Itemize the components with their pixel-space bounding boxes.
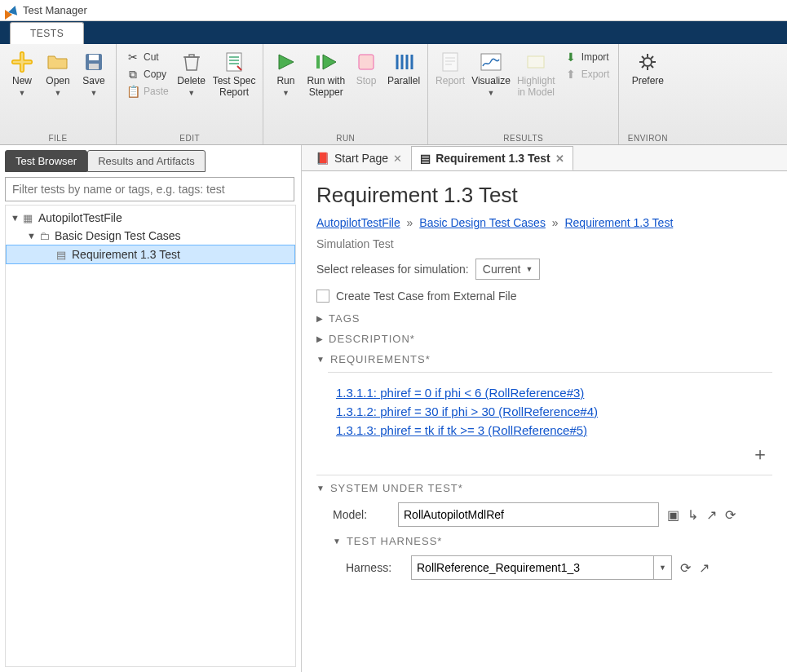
window-title: Test Manager	[23, 4, 87, 16]
parallel-button[interactable]: Parallel	[385, 47, 422, 90]
tree-folder[interactable]: ▼ 🗀 Basic Design Test Cases	[6, 227, 295, 245]
browse-icon[interactable]: ▣	[667, 507, 679, 523]
app-logo-icon	[5, 4, 18, 17]
release-value: Current	[483, 263, 521, 276]
harness-dropdown[interactable]: ▼	[654, 555, 672, 580]
crumb-file[interactable]: AutopilotTestFile	[316, 216, 400, 229]
section-requirements-header[interactable]: ▼REQUIREMENTS*	[316, 353, 772, 365]
cut-button[interactable]: ✂Cut	[123, 49, 171, 65]
new-button[interactable]: New▼	[5, 47, 39, 102]
run-label: Run	[276, 75, 294, 86]
preferences-button[interactable]: Prefere	[630, 47, 666, 90]
harness-label: Harness:	[346, 561, 403, 574]
requirement-link[interactable]: 1.3.1.2: phiref = 30 if phi > 30 (RollRe…	[336, 405, 772, 418]
trash-icon	[180, 51, 203, 73]
model-label: Model:	[333, 508, 390, 521]
stop-label: Stop	[356, 75, 377, 86]
page-title: Requirement 1.3 Test	[316, 183, 772, 208]
test-type: Simulation Test	[316, 237, 772, 250]
ribbon-group-run-label: RUN	[336, 134, 355, 143]
import-button[interactable]: ⬇Import	[561, 49, 612, 65]
delete-button[interactable]: Delete▼	[175, 47, 209, 102]
parallel-label: Parallel	[387, 75, 420, 86]
svg-rect-2	[89, 64, 99, 69]
run-stepper-button[interactable]: Run with Stepper	[304, 47, 347, 101]
external-file-label: Create Test Case from External File	[336, 290, 517, 303]
visualize-button[interactable]: Visualize▼	[469, 47, 513, 102]
harness-row: Harness: ▼ ⟳ ↗	[346, 555, 772, 580]
ribbon-group-env-label: ENVIRON	[628, 134, 668, 143]
copy-icon: ⧉	[126, 67, 140, 82]
requirements-list: 1.3.1.1: phiref = 0 if phi < 6 (RollRefe…	[328, 372, 772, 437]
section-requirements: ▼REQUIREMENTS* 1.3.1.1: phiref = 0 if ph…	[316, 353, 772, 466]
stop-button[interactable]: Stop	[349, 47, 383, 90]
parallel-icon	[392, 51, 415, 73]
run-stepper-label: Run with Stepper	[307, 75, 345, 98]
tab-tests[interactable]: TESTS	[10, 22, 84, 44]
chart-icon	[480, 51, 502, 73]
tree-folder-label: Basic Design Test Cases	[55, 229, 181, 242]
tab-test-browser[interactable]: Test Browser	[5, 150, 87, 172]
section-sut-header[interactable]: ▼SYSTEM UNDER TEST*	[316, 482, 772, 494]
ribbon-group-run: Run▼ Run with Stepper Stop Parallel RUN	[263, 44, 428, 144]
tree-root[interactable]: ▼ ▦ AutopilotTestFile	[6, 209, 295, 227]
external-file-checkbox[interactable]	[316, 290, 329, 303]
export-label: Export	[581, 69, 610, 80]
section-description-header[interactable]: ▶DESCRIPTION*	[316, 333, 772, 345]
requirement-link[interactable]: 1.3.1.1: phiref = 0 if phi < 6 (RollRefe…	[336, 386, 772, 400]
content-area: Test Browser Results and Artifacts ▼ ▦ A…	[0, 145, 787, 672]
doctab-requirement-test[interactable]: ▤ Requirement 1.3 Test ✕	[411, 146, 573, 170]
refresh-icon[interactable]: ⟳	[725, 507, 736, 523]
doctab-start-page[interactable]: 📕 Start Page ✕	[307, 146, 411, 170]
section-tags-header[interactable]: ▶TAGS	[316, 312, 772, 325]
requirement-link[interactable]: 1.3.1.3: phiref = tk if tk >= 3 (RollRef…	[336, 423, 772, 437]
plus-icon	[11, 51, 33, 73]
ribbon-group-file-label: FILE	[48, 134, 67, 143]
close-icon[interactable]: ✕	[393, 153, 402, 165]
harness-input[interactable]	[411, 555, 654, 580]
delete-label: Delete	[177, 75, 206, 86]
model-input[interactable]	[398, 502, 659, 527]
crumb-item[interactable]: Requirement 1.3 Test	[564, 216, 673, 229]
run-button[interactable]: Run▼	[268, 47, 303, 102]
open-model-icon[interactable]: ↗	[706, 507, 717, 523]
ribbon-group-edit: ✂Cut ⧉Copy 📋Paste Delete▼ Test Spec Repo…	[117, 44, 263, 144]
tab-results-artifacts[interactable]: Results and Artifacts	[87, 150, 206, 172]
left-pane: Test Browser Results and Artifacts ▼ ▦ A…	[0, 145, 302, 672]
model-actions: ▣ ↳ ↗ ⟳	[667, 507, 736, 523]
release-label: Select releases for simulation:	[316, 263, 469, 276]
open-button[interactable]: Open▼	[41, 47, 75, 102]
collapse-icon[interactable]: ▼	[27, 231, 37, 241]
open-harness-icon[interactable]: ↗	[699, 560, 710, 576]
collapse-icon[interactable]: ▼	[11, 213, 20, 223]
save-button[interactable]: Save▼	[77, 47, 111, 102]
collapse-icon: ▼	[333, 537, 342, 546]
add-requirement-button[interactable]: ＋	[316, 442, 772, 466]
filter-input[interactable]	[5, 177, 294, 201]
ribbon-group-environment: Prefere ENVIRON	[619, 44, 676, 144]
left-tabs: Test Browser Results and Artifacts	[5, 150, 296, 172]
visualize-label: Visualize	[471, 75, 511, 86]
svg-rect-8	[528, 56, 544, 68]
release-select[interactable]: Current ▼	[475, 259, 541, 280]
play-icon	[274, 51, 297, 73]
highlight-button[interactable]: Highlight in Model	[515, 47, 558, 101]
gear-icon	[636, 51, 659, 73]
crumb-folder[interactable]: Basic Design Test Cases	[419, 216, 546, 229]
paste-icon: 📋	[126, 84, 140, 99]
expand-icon: ▶	[316, 314, 324, 323]
export-button[interactable]: ⬆Export	[561, 66, 612, 82]
import-icon: ⬇	[564, 50, 578, 64]
section-harness-header[interactable]: ▼TEST HARNESS*	[333, 535, 772, 547]
tree-item-selected[interactable]: ▤ Requirement 1.3 Test	[6, 245, 295, 264]
doctab-start-label: Start Page	[334, 152, 388, 165]
use-current-icon[interactable]: ↳	[688, 507, 698, 523]
testspec-button[interactable]: Test Spec Report	[210, 47, 259, 101]
refresh-icon[interactable]: ⟳	[680, 560, 691, 576]
report-button[interactable]: Report	[433, 47, 467, 90]
paste-button[interactable]: 📋Paste	[123, 83, 171, 99]
clipboard-items: ✂Cut ⧉Copy 📋Paste	[122, 47, 173, 101]
close-icon[interactable]: ✕	[555, 153, 564, 165]
crumb-sep: »	[407, 216, 413, 229]
copy-button[interactable]: ⧉Copy	[123, 66, 171, 82]
